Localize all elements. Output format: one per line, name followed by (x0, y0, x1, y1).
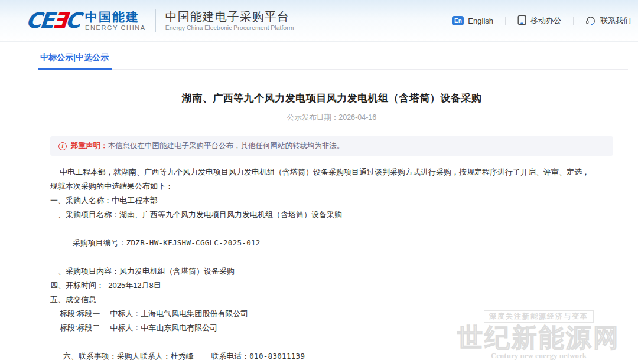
nav-english[interactable]: En English (452, 16, 493, 25)
nav-contact-us[interactable]: 联系我们 (585, 15, 631, 27)
headset-icon (585, 15, 596, 27)
declaration-banner: i 郑重声明：本信息仅在中国能建电子采购平台公布，其他任何网站的转载均为非法。 (50, 136, 613, 156)
nav-separator (505, 17, 506, 25)
item-bid-open-time: 四、开标时间： 2025年12月8日 (50, 278, 613, 293)
item-purchaser-name: 一、采购人名称：中电工程本部 (50, 194, 613, 208)
contact-phone: 010-83011139 (249, 352, 305, 360)
platform-title: 中国能建电子采购平台 Energy China Electronic Procu… (165, 9, 294, 32)
nav-mobile-office-label: 移动办公 (530, 15, 561, 26)
platform-title-cn: 中国能建电子采购平台 (165, 9, 294, 24)
logo-letter: C (64, 8, 81, 32)
item-project-code: 采购项目编号：ZDZB-HW-KFJSHW-CGGLC-2025-012 (50, 222, 613, 264)
intro-line-2: 现就本次采购的中选结果公布如下： (50, 179, 613, 194)
project-code-value: ZDZB-HW-KFJSHW-CGGLC-2025-012 (126, 238, 261, 247)
project-code-label: 采购项目编号： (73, 238, 126, 247)
publish-date: 公示发布日期：2026-04-16 (50, 113, 613, 123)
header-nav: En English 移动办公 联系我们 (452, 15, 631, 27)
brand-name-en: ENERGY CHINA (85, 24, 146, 32)
item-contact: 六、联系事项：采购人联系人：杜秀峰 联系电话：010-83011139 (50, 335, 613, 364)
site-header: CEƎC 中国能建 ENERGY CHINA 中国能建电子采购平台 Energy… (0, 0, 638, 42)
brand-text: 中国能建 ENERGY CHINA (85, 10, 146, 32)
nav-contact-us-label: 联系我们 (600, 15, 631, 26)
site-logo[interactable]: CEƎC 中国能建 ENERGY CHINA 中国能建电子采购平台 Energy… (26, 9, 294, 32)
item-project-name: 二、采购项目名称：湖南、广西等九个风力发电项目风力发电机组（含塔筒）设备采购 (50, 208, 613, 222)
info-circle-icon: i (58, 142, 67, 150)
declaration-text: 本信息仅在中国能建电子采购平台公布，其他任何网站的转载均为非法。 (108, 142, 344, 150)
contact-text: 六、联系事项：采购人联系人：杜秀峰 联系电话： (63, 352, 250, 360)
declaration-label: 郑重声明： (71, 142, 108, 150)
english-badge-icon: En (452, 16, 464, 25)
logo-divider (155, 9, 156, 32)
platform-title-en: Energy China Electronic Procurement Plat… (165, 24, 294, 32)
lot-2-winner: 标段:标段二 中标人：中车山东风电有限公司 (50, 321, 613, 335)
tab-bar: 中标公示|中选公示 (38, 52, 628, 70)
tab-award-announcement[interactable]: 中标公示|中选公示 (38, 53, 112, 70)
brand-name-cn: 中国能建 (85, 10, 146, 24)
intro-line-1: 中电工程本部，就湖南、广西等九个风力发电项目风力发电机组（含塔筒）设备采购项目通… (50, 165, 613, 179)
lot-1-winner: 标段:标段一 中标人：上海电气风电集团股份有限公司 (50, 307, 613, 321)
announcement-body: 中电工程本部，就湖南、广西等九个风力发电项目风力发电机组（含塔筒）设备采购项目通… (50, 165, 613, 364)
ceec-logo-icon: CEƎC (25, 10, 80, 31)
item-deal-info: 五、成交信息 (50, 293, 613, 307)
announcement-content: 湖南、广西等九个风力发电项目风力发电机组（含塔筒）设备采购 公示发布日期：202… (50, 91, 613, 364)
mobile-phone-icon (517, 15, 526, 27)
nav-mobile-office[interactable]: 移动办公 (517, 15, 561, 27)
item-project-content: 三、采购项目内容：风力发电机组（含塔筒）设备采购 (50, 264, 613, 278)
page-title: 湖南、广西等九个风力发电项目风力发电机组（含塔筒）设备采购 (50, 91, 613, 105)
nav-english-label: English (468, 17, 493, 25)
nav-separator (573, 17, 574, 25)
